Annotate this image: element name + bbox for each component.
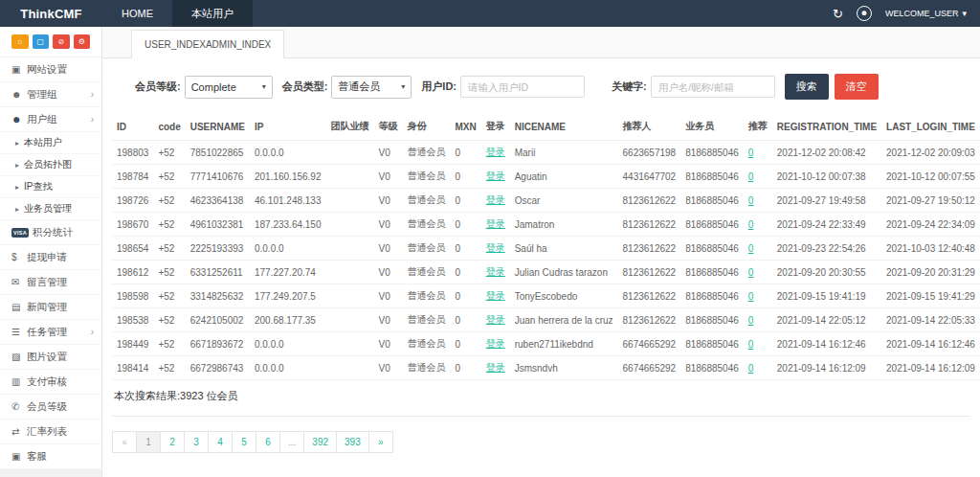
login-link[interactable]: 登录	[486, 147, 505, 157]
member-type-value: 普通会员	[338, 80, 380, 94]
referral-link[interactable]: 0	[748, 195, 754, 206]
top-nav: HOME本站用户	[102, 0, 253, 27]
sidebar-item-1[interactable]: ☻管理组›	[0, 82, 101, 107]
page-2[interactable]: 2	[160, 431, 185, 453]
menu-icon: ▣	[11, 64, 27, 75]
cell-level: V0	[373, 141, 402, 165]
page-5[interactable]: 5	[232, 431, 256, 453]
sidebar-item-10[interactable]: ▤新闻管理	[0, 295, 101, 320]
sidebar-item-5[interactable]: ▸IP查找	[0, 176, 101, 198]
login-link[interactable]: 登录	[486, 266, 505, 277]
page-6[interactable]: 6	[256, 431, 280, 453]
referral-link[interactable]: 0	[748, 291, 754, 302]
sidebar-item-4[interactable]: ▸会员拓扑图	[0, 154, 101, 176]
referral-link[interactable]: 0	[748, 171, 754, 182]
page-4[interactable]: 4	[208, 431, 233, 453]
cell-code: +52	[153, 141, 185, 165]
clear-button[interactable]: 清空	[835, 74, 879, 100]
sidebar-item-8[interactable]: $提现申请	[0, 245, 101, 270]
cell-referrer: 4431647702	[618, 165, 681, 189]
login-link[interactable]: 登录	[486, 362, 505, 373]
login-link[interactable]: 登录	[486, 338, 505, 349]
sidebar-item-0[interactable]: ▣网站设置	[0, 57, 101, 82]
sidebar-item-label: 图片设置	[27, 351, 67, 364]
sidebar-item-7[interactable]: VISA积分统计	[0, 220, 101, 245]
cell-referrer: 8123612622	[618, 189, 681, 213]
table-row: 198726+52462336413846.101.248.133V0普通会员0…	[112, 189, 980, 213]
user-id-input[interactable]	[460, 76, 585, 98]
referral-link[interactable]: 0	[748, 315, 754, 326]
refresh-icon[interactable]: ↻	[833, 7, 843, 21]
triangle-right-icon: ▸	[15, 139, 19, 148]
sidebar-item-6[interactable]: ▸业务员管理	[0, 198, 101, 220]
sidebar-item-13[interactable]: ▥支付审核	[0, 370, 101, 395]
top-nav-item-1[interactable]: 本站用户	[172, 0, 253, 27]
cell-referral: 0	[744, 213, 772, 237]
referral-link[interactable]: 0	[748, 219, 754, 230]
cell-team	[325, 237, 373, 261]
cell-mxn: 0	[450, 284, 480, 308]
table-row: 198414+5266729867430.0.0.0V0普通会员0登录Jsmsn…	[112, 356, 980, 380]
sidebar-item-label: 留言管理	[27, 276, 67, 289]
sidebar-item-3[interactable]: ▸本站用户	[0, 132, 101, 154]
cell-identity: 普通会员	[402, 332, 450, 356]
page-3[interactable]: 3	[184, 431, 209, 453]
sidebar-subitem-label: IP查找	[24, 180, 52, 193]
login-link[interactable]: 登录	[486, 290, 505, 301]
sidebar-item-2[interactable]: ☻用户组›	[0, 107, 101, 132]
menu-icon: ▤	[11, 302, 27, 312]
member-type-select[interactable]: 普通会员 ▾	[331, 76, 412, 99]
sidebar-item-14[interactable]: ✆会员等级	[0, 395, 101, 420]
cell-id: 198784	[112, 165, 153, 189]
page-1[interactable]: 1	[136, 431, 161, 453]
login-link[interactable]: 登录	[486, 218, 505, 229]
referral-link[interactable]: 0	[748, 148, 754, 158]
cell-reg_time: 2021-09-23 22:54:26	[772, 237, 881, 261]
sidebar-item-16[interactable]: ▣客服	[0, 444, 101, 469]
sidebar-item-9[interactable]: ✉留言管理	[0, 270, 101, 295]
menu-icon: $	[11, 252, 27, 262]
table-row: 198784+527771410676201.160.156.92V0普通会员0…	[112, 165, 980, 189]
delete-icon[interactable]: ⊘	[53, 34, 70, 49]
sidebar-item-11[interactable]: ☰任务管理›	[0, 320, 101, 345]
search-button[interactable]: 搜索	[785, 74, 829, 100]
table-body: 198803+5278510228650.0.0.0V0普通会员0登录Marii…	[112, 141, 980, 380]
member-level-select[interactable]: Complete ▾	[185, 76, 273, 99]
cell-level: V0	[373, 189, 402, 213]
triangle-right-icon: ▸	[15, 183, 19, 192]
page-prev[interactable]: «	[112, 431, 137, 453]
welcome-user-menu[interactable]: WELCOME_USER ▾	[885, 9, 967, 18]
cell-code: +52	[153, 284, 185, 308]
cell-id: 198803	[112, 141, 153, 165]
page-392[interactable]: 392	[303, 431, 337, 453]
referral-link[interactable]: 0	[748, 339, 754, 350]
cell-team	[325, 332, 373, 356]
file-icon[interactable]: ▢	[33, 34, 50, 49]
avatar-icon[interactable]: ☻	[857, 6, 872, 21]
sidebar-item-15[interactable]: ⇄汇率列表	[0, 420, 101, 444]
top-nav-item-0[interactable]: HOME	[102, 0, 172, 27]
column-header-identity: 身份	[402, 113, 450, 141]
page-next[interactable]: »	[368, 431, 393, 453]
page-...[interactable]: ...	[279, 431, 304, 453]
login-link[interactable]: 登录	[486, 170, 505, 181]
cell-ip: 200.68.177.35	[250, 308, 326, 332]
sidebar-subitem-label: 本站用户	[24, 136, 62, 149]
tab-user-index[interactable]: USER_INDEXADMIN_INDEX	[131, 30, 284, 58]
page-393[interactable]: 393	[336, 431, 369, 453]
login-link[interactable]: 登录	[486, 242, 505, 253]
sidebar-item-12[interactable]: ▨图片设置	[0, 345, 101, 370]
login-link[interactable]: 登录	[486, 194, 505, 205]
cell-last_login: 2021-09-24 22:34:09	[881, 213, 980, 237]
referral-link[interactable]: 0	[748, 267, 754, 278]
menu-icon: ☻	[11, 114, 27, 125]
referral-link[interactable]: 0	[748, 243, 754, 254]
keyword-input[interactable]	[651, 76, 775, 98]
referral-link[interactable]: 0	[748, 363, 754, 374]
cell-reg_time: 2021-09-27 19:49:58	[772, 189, 881, 213]
chevron-right-icon: ›	[91, 89, 94, 100]
settings-icon[interactable]: ⚙	[74, 34, 91, 49]
home-icon[interactable]: ⌂	[11, 34, 29, 49]
login-link[interactable]: 登录	[486, 314, 505, 325]
cell-login: 登录	[481, 332, 510, 356]
